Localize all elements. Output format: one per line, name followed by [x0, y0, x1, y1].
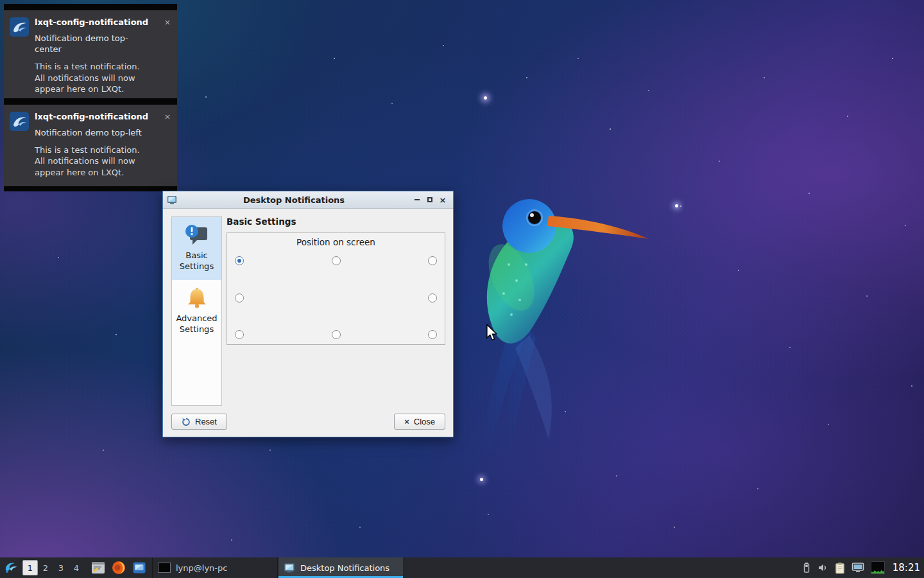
taskbar: 1 2 3 4 — [0, 557, 924, 578]
close-button[interactable]: × Close — [394, 414, 445, 430]
notification-summary: Notification demo top-left — [35, 127, 151, 138]
notification-body: This is a test notification. All notific… — [35, 61, 151, 94]
sidebar-item-label: Basic Settings — [173, 250, 220, 272]
lxqt-app-icon — [9, 17, 30, 37]
notification-bubble-icon — [184, 223, 210, 247]
window-icon — [284, 562, 295, 574]
wallpaper-star-glow — [480, 478, 483, 481]
notification-close-icon[interactable]: × — [163, 112, 172, 121]
workspace-label: 3 — [58, 563, 64, 573]
position-radio-grid — [235, 256, 437, 339]
page-title: Basic Settings — [227, 216, 445, 227]
task-label: Desktop Notifications — [300, 563, 389, 573]
notification-close-icon[interactable]: × — [163, 18, 172, 27]
notification-app-name: lxqt-config-notificationd — [35, 17, 151, 28]
window-titlebar[interactable]: Desktop Notifications × — [163, 191, 453, 209]
display-icon[interactable] — [851, 562, 864, 574]
radio-position-top-left[interactable] — [235, 256, 244, 265]
wallpaper-hummingbird — [452, 188, 658, 477]
notification-app-name: lxqt-config-notificationd — [35, 111, 151, 122]
radio-position-bottom-center[interactable] — [332, 330, 341, 339]
sidebar-item-label: Advanced Settings — [173, 313, 220, 335]
radio-position-bottom-right[interactable] — [428, 330, 437, 339]
radio-position-middle-right[interactable] — [428, 293, 437, 302]
position-on-screen-group: Position on screen — [227, 232, 445, 345]
workspace-button-1[interactable]: 1 — [22, 560, 38, 575]
window-icon — [167, 195, 177, 205]
reset-button[interactable]: Reset — [171, 414, 227, 430]
workspace-label: 1 — [28, 563, 33, 573]
settings-category-list: Basic Settings — [171, 216, 222, 406]
radio-position-middle-left[interactable] — [235, 293, 244, 302]
lxqt-app-icon — [9, 111, 30, 132]
notification-top-center: lxqt-config-notificationd Notification d… — [4, 4, 177, 107]
battery-icon[interactable] — [803, 562, 810, 574]
app-menu-button[interactable] — [3, 559, 21, 577]
desktop-notifications-window: Desktop Notifications × Basic — [162, 191, 454, 437]
reset-icon — [182, 417, 191, 426]
sidebar-item-basic-settings[interactable]: Basic Settings — [172, 217, 221, 280]
notification-body: This is a test notification. All notific… — [35, 144, 151, 177]
close-button-label: Close — [414, 417, 435, 426]
launcher-filemanager-icon[interactable] — [132, 560, 147, 575]
taskbar-task-terminal[interactable]: lynp@lyn-pc — [152, 557, 278, 578]
workspace-button-3[interactable]: 3 — [53, 560, 69, 575]
window-title: Desktop Notifications — [177, 195, 411, 205]
volume-icon[interactable] — [817, 562, 828, 574]
clipboard-icon[interactable] — [835, 562, 845, 574]
bell-icon — [185, 286, 209, 310]
sidebar-item-advanced-settings[interactable]: Advanced Settings — [172, 280, 221, 343]
desktop: lxqt-config-notificationd Notification d… — [0, 0, 924, 578]
restore-button[interactable] — [424, 194, 436, 206]
reset-button-label: Reset — [195, 417, 217, 426]
cpu-monitor[interactable] — [871, 561, 885, 574]
wallpaper-stars — [0, 0, 1, 1]
mouse-cursor — [486, 324, 497, 341]
task-label: lynp@lyn-pc — [176, 563, 227, 573]
radio-position-top-right[interactable] — [428, 256, 437, 265]
radio-position-bottom-left[interactable] — [235, 330, 244, 339]
radio-position-top-center[interactable] — [332, 256, 341, 265]
window-close-button[interactable]: × — [436, 194, 449, 206]
lxqt-logo-icon — [4, 560, 19, 575]
taskbar-task-desktop-notifications[interactable]: Desktop Notifications — [278, 557, 404, 578]
close-icon: × — [404, 417, 409, 426]
wallpaper-star-glow — [484, 96, 487, 100]
group-title: Position on screen — [235, 237, 437, 247]
minimize-button[interactable] — [411, 194, 424, 206]
workspace-button-4[interactable]: 4 — [69, 560, 84, 575]
wallpaper-star-glow — [675, 204, 678, 207]
clock[interactable]: 18:21 — [893, 562, 920, 574]
workspace-label: 4 — [74, 563, 79, 573]
launcher-firefox-icon[interactable] — [111, 560, 126, 575]
notification-summary: Notification demo top-center — [35, 33, 151, 55]
launcher-editor-icon[interactable] — [90, 560, 106, 575]
workspace-label: 2 — [43, 563, 48, 573]
system-tray: 18:21 — [803, 561, 924, 574]
workspace-button-2[interactable]: 2 — [38, 560, 53, 575]
close-icon: × — [440, 196, 447, 204]
window-body: Basic Settings — [163, 209, 453, 437]
quick-launch — [90, 560, 147, 575]
notification-top-left: lxqt-config-notificationd Notification d… — [4, 98, 177, 191]
terminal-thumbnail-icon — [158, 563, 171, 573]
